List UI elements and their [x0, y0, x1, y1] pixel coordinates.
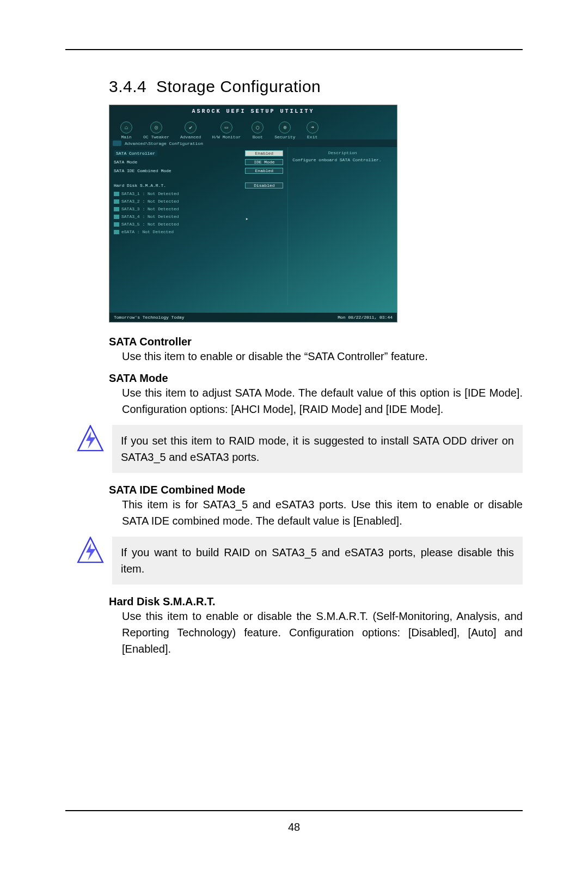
exit-icon: ➜ — [307, 121, 318, 133]
val-sata-controller: Enabled — [245, 150, 283, 156]
footer-right: Mon 08/22/2011, 03:44 — [338, 315, 393, 320]
val-smart: Disabled — [245, 183, 283, 188]
note-text: If you set this item to RAID mode, it is… — [112, 425, 523, 473]
note-text: If you want to build RAID on SATA3_5 and… — [112, 537, 523, 585]
port-row: eSATA : Not Detected — [114, 229, 283, 234]
row-sata-controller: SATA Controller — [114, 150, 157, 156]
row-combined: SATA IDE Combined Mode — [114, 168, 171, 173]
gauge-icon: ◎ — [150, 121, 162, 133]
item-sata-controller: SATA Controller Use this item to enable … — [109, 336, 523, 364]
bios-breadcrumb-bar: Advanced\Storage Configuration — [109, 139, 397, 147]
val-sata-mode: IDE Mode — [245, 159, 283, 165]
bios-title: ASROCK UEFI SETUP UTILITY — [109, 105, 397, 115]
home-icon: ⌂ — [120, 121, 132, 133]
cursor-icon: ➤ — [246, 217, 251, 224]
section-heading: 3.4.4 Storage Configuration — [109, 77, 523, 96]
bios-screenshot: ASROCK UEFI SETUP UTILITY ⌂Main ◎OC Twea… — [109, 105, 397, 323]
menu-hw: ▭H/W Monitor — [206, 121, 246, 139]
wrench-icon: ✔ — [185, 121, 197, 133]
hdd-icon — [114, 199, 119, 204]
menu-oc: ◎OC Tweaker — [138, 121, 175, 139]
item-smart: Hard Disk S.M.A.R.T. Use this item to en… — [109, 595, 523, 657]
back-icon — [113, 141, 121, 146]
monitor-icon: ▭ — [220, 121, 232, 133]
hdd-icon — [114, 230, 119, 234]
section-number: 3.4.4 — [109, 77, 146, 95]
menu-security: ⊕Security — [269, 121, 301, 139]
item-title: SATA Controller — [109, 336, 523, 348]
shield-icon: ⊕ — [279, 121, 291, 133]
hdd-icon — [114, 207, 119, 211]
section-title-text: Storage Configuration — [156, 77, 321, 95]
note-raid-odd: If you set this item to RAID mode, it is… — [76, 425, 523, 473]
item-desc: Use this item to enable or disable the “… — [109, 348, 523, 364]
item-title: Hard Disk S.M.A.R.T. — [109, 595, 523, 608]
footer-left: Tomorrow's Technology Today — [114, 315, 185, 320]
bios-left-pane: SATA ControllerEnabled SATA ModeIDE Mode… — [109, 147, 287, 305]
port-row: SATA3_2 : Not Detected — [114, 199, 283, 204]
bios-right-pane: Description Configure onboard SATA Contr… — [287, 147, 397, 305]
right-title: Description — [292, 150, 393, 155]
top-rule — [65, 49, 523, 50]
item-title: SATA IDE Combined Mode — [109, 484, 523, 496]
bottom-rule — [65, 810, 523, 811]
item-desc: This item is for SATA3_5 and eSATA3 port… — [109, 496, 523, 529]
page-number: 48 — [65, 821, 523, 834]
lightning-icon — [76, 425, 105, 453]
right-body: Configure onboard SATA Controller. — [292, 157, 393, 162]
lightning-icon — [76, 537, 105, 565]
item-desc: Use this item to adjust SATA Mode. The d… — [109, 385, 523, 417]
hdd-icon — [114, 222, 119, 227]
menu-advanced: ✔Advanced — [175, 121, 206, 139]
hdd-icon — [114, 215, 119, 219]
menu-exit: ➜Exit — [301, 121, 324, 139]
menu-boot: ◯Boot — [246, 121, 269, 139]
power-icon: ◯ — [252, 121, 264, 133]
port-row: SATA3_3 : Not Detected — [114, 206, 283, 211]
port-row: SATA3_5 : Not Detected — [114, 222, 283, 227]
bios-footer: Tomorrow's Technology Today Mon 08/22/20… — [109, 313, 397, 322]
bios-menu: ⌂Main ◎OC Tweaker ✔Advanced ▭H/W Monitor… — [109, 115, 397, 139]
hdd-icon — [114, 192, 119, 196]
item-combined: SATA IDE Combined Mode This item is for … — [109, 484, 523, 529]
menu-main: ⌂Main — [115, 121, 138, 139]
item-sata-mode: SATA Mode Use this item to adjust SATA M… — [109, 372, 523, 417]
item-desc: Use this item to enable or disable the S… — [109, 608, 523, 657]
port-row: SATA3_4 : Not Detected — [114, 214, 283, 219]
note-raid-disable: If you want to build RAID on SATA3_5 and… — [76, 537, 523, 585]
row-sata-mode: SATA Mode — [114, 160, 137, 165]
item-title: SATA Mode — [109, 372, 523, 385]
val-combined: Enabled — [245, 168, 283, 174]
port-row: SATA3_1 : Not Detected — [114, 191, 283, 196]
bios-breadcrumb: Advanced\Storage Configuration — [125, 141, 203, 146]
row-smart: Hard Disk S.M.A.R.T. — [114, 183, 166, 188]
